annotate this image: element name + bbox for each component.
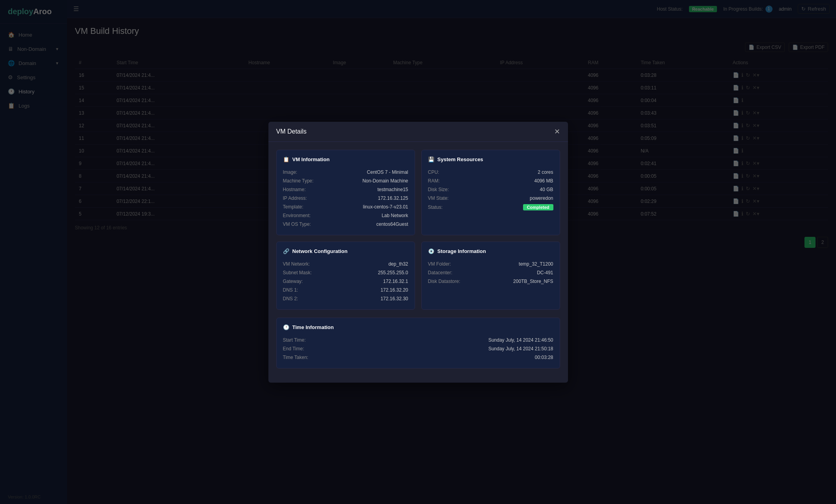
card-row: Disk Size: 40 GB	[428, 185, 553, 194]
vm-details-modal: VM Details ✕ 📋 VM Information Image: Cen…	[268, 122, 568, 383]
card-value: Sunday July, 14 2024 21:46:50	[488, 337, 553, 343]
card-row: Environment: Lab Network	[283, 211, 408, 220]
card-value: Sunday July, 14 2024 21:50:18	[488, 346, 553, 351]
network-config-title: 🔗 Network Configuration	[283, 248, 408, 254]
card-row: Image: CentOS 7 - Minimal	[283, 168, 408, 177]
card-row: Disk Datastore: 200TB_Store_NFS	[428, 277, 553, 286]
card-label: DNS 1:	[283, 287, 298, 293]
card-row: VM Network: dep_th32	[283, 260, 408, 268]
time-rows: Start Time: Sunday July, 14 2024 21:46:5…	[283, 336, 553, 362]
modal-header: VM Details ✕	[268, 122, 568, 142]
card-label: VM OS Type:	[283, 221, 311, 227]
card-row: Subnet Mask: 255.255.255.0	[283, 268, 408, 277]
card-label: Start Time:	[283, 337, 306, 343]
card-value: 255.255.255.0	[378, 270, 408, 275]
card-row: Datacenter: DC-491	[428, 268, 553, 277]
card-row: End Time: Sunday July, 14 2024 21:50:18	[283, 344, 553, 353]
modal-title: VM Details	[276, 128, 307, 135]
card-label: Hostname:	[283, 187, 306, 192]
card-value: 200TB_Store_NFS	[513, 279, 553, 284]
card-value: Non-Domain Machine	[362, 178, 408, 184]
time-info-icon: 🕐	[283, 324, 289, 330]
storage-rows: VM Folder: temp_32_T1200 Datacenter: DC-…	[428, 260, 553, 286]
card-label: Time Taken:	[283, 355, 309, 360]
card-label: Disk Datastore:	[428, 279, 460, 284]
card-label: Datacenter:	[428, 270, 452, 275]
network-config-icon: 🔗	[283, 248, 289, 254]
card-value: 172.16.32.30	[380, 296, 408, 301]
card-label: RAM:	[428, 178, 440, 184]
card-value: DC-491	[537, 270, 553, 275]
card-row: DNS 2: 172.16.32.30	[283, 294, 408, 303]
card-label: Gateway:	[283, 279, 303, 284]
storage-info-card: 💿 Storage Information VM Folder: temp_32…	[421, 242, 560, 310]
card-row: Template: linux-centos-7-v23.01	[283, 203, 408, 211]
vm-info-rows: Image: CentOS 7 - Minimal Machine Type: …	[283, 168, 408, 229]
time-info-section: 🕐 Time Information Start Time: Sunday Ju…	[268, 318, 568, 383]
card-row: IP Address: 172.16.32.125	[283, 194, 408, 203]
card-row: CPU: 2 cores	[428, 168, 553, 177]
network-config-card: 🔗 Network Configuration VM Network: dep_…	[276, 242, 415, 310]
vm-info-icon: 📋	[283, 156, 289, 162]
card-label: Environment:	[283, 213, 311, 218]
card-value: 2 cores	[538, 169, 553, 175]
card-value: Lab Network	[382, 213, 408, 218]
card-row: VM Folder: temp_32_T1200	[428, 260, 553, 268]
card-label: IP Address:	[283, 195, 307, 201]
card-value: testmachine15	[377, 187, 408, 192]
card-row: Hostname: testmachine15	[283, 185, 408, 194]
card-label: Status:	[428, 205, 443, 210]
card-row: DNS 1: 172.16.32.20	[283, 286, 408, 294]
card-row: Time Taken: 00:03:28	[283, 353, 553, 362]
system-resources-title: 💾 System Resources	[428, 156, 553, 162]
modal-overlay[interactable]: VM Details ✕ 📋 VM Information Image: Cen…	[0, 0, 836, 504]
card-label: VM State:	[428, 195, 449, 201]
card-row: Status: Completed	[428, 203, 553, 212]
card-value: poweredon	[530, 195, 553, 201]
card-label: VM Network:	[283, 261, 310, 267]
card-label: Image:	[283, 169, 298, 175]
card-label: DNS 2:	[283, 296, 298, 301]
modal-close-button[interactable]: ✕	[554, 127, 560, 136]
system-resources-icon: 💾	[428, 156, 434, 162]
storage-info-icon: 💿	[428, 248, 434, 254]
card-label: Machine Type:	[283, 178, 314, 184]
time-info-card: 🕐 Time Information Start Time: Sunday Ju…	[276, 318, 560, 368]
card-label: VM Folder:	[428, 261, 451, 267]
card-label: CPU:	[428, 169, 439, 175]
storage-info-title: 💿 Storage Information	[428, 248, 553, 254]
card-value: 00:03:28	[535, 355, 553, 360]
card-row: RAM: 4096 MB	[428, 177, 553, 185]
system-resources-card: 💾 System Resources CPU: 2 cores RAM: 409…	[421, 150, 560, 235]
card-value: 172.16.32.20	[380, 287, 408, 293]
time-info-title: 🕐 Time Information	[283, 324, 553, 330]
card-value: dep_th32	[388, 261, 408, 267]
card-value: linux-centos-7-v23.01	[363, 204, 408, 210]
card-value: 40 GB	[540, 187, 553, 192]
card-row: Gateway: 172.16.32.1	[283, 277, 408, 286]
card-row: Start Time: Sunday July, 14 2024 21:46:5…	[283, 336, 553, 344]
card-value: centos64Guest	[376, 221, 408, 227]
vm-info-title: 📋 VM Information	[283, 156, 408, 162]
modal-body: 📋 VM Information Image: CentOS 7 - Minim…	[268, 142, 568, 318]
card-label: Subnet Mask:	[283, 270, 312, 275]
card-row: Machine Type: Non-Domain Machine	[283, 177, 408, 185]
card-label: Disk Size:	[428, 187, 449, 192]
card-label: End Time:	[283, 346, 304, 351]
vm-information-card: 📋 VM Information Image: CentOS 7 - Minim…	[276, 150, 415, 235]
card-value: 172.16.32.125	[378, 195, 408, 201]
card-label: Template:	[283, 204, 303, 210]
card-value: 172.16.32.1	[383, 279, 408, 284]
card-value: 4096 MB	[534, 178, 553, 184]
card-value: temp_32_T1200	[519, 261, 553, 267]
card-value: CentOS 7 - Minimal	[367, 169, 408, 175]
status-badge: Completed	[523, 204, 553, 210]
card-row: VM OS Type: centos64Guest	[283, 220, 408, 229]
card-row: VM State: poweredon	[428, 194, 553, 203]
system-rows: CPU: 2 cores RAM: 4096 MB Disk Size: 40 …	[428, 168, 553, 212]
network-rows: VM Network: dep_th32 Subnet Mask: 255.25…	[283, 260, 408, 303]
